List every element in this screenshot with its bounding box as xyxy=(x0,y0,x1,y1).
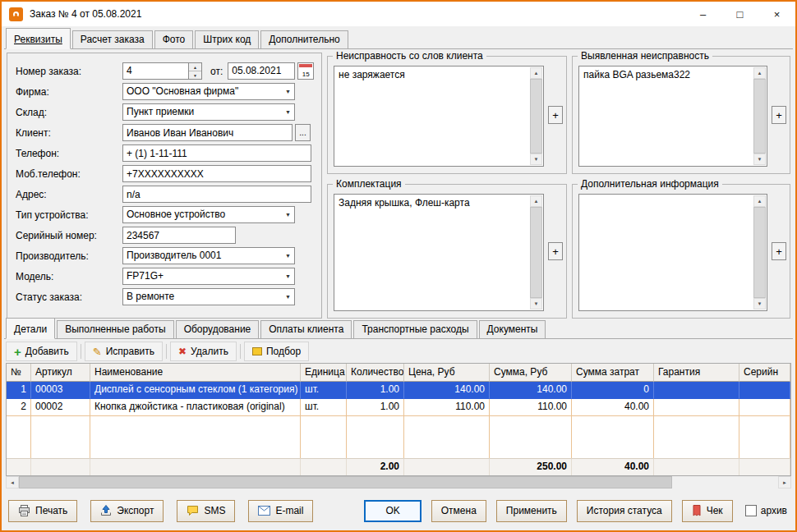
spinner-up-icon[interactable]: ▲ xyxy=(189,63,201,71)
header-number[interactable]: № xyxy=(7,364,31,382)
model-select[interactable]: FP71G+ ▼ xyxy=(122,268,295,285)
row-address: Адрес: xyxy=(16,184,321,204)
tab-vypolnennye-raboty[interactable]: Выполненные работы xyxy=(57,320,173,339)
scroll-right-icon[interactable]: ► xyxy=(778,476,791,488)
print-button[interactable]: Печать xyxy=(8,500,77,522)
pick-button[interactable]: Подбор xyxy=(244,342,309,361)
archive-checkbox[interactable] xyxy=(745,505,757,516)
tab-transportnye-rashody[interactable]: Транспортные расходы xyxy=(353,320,477,339)
add-row-button[interactable]: + Добавить xyxy=(6,342,77,361)
mobile-input[interactable] xyxy=(122,165,311,182)
additional-info-add-button[interactable]: + xyxy=(772,242,786,260)
scroll-up-icon[interactable]: ▲ xyxy=(530,67,542,79)
order-date-field[interactable]: 05.08.2021 xyxy=(228,62,295,80)
scroll-up-icon[interactable]: ▲ xyxy=(753,195,766,207)
table-row[interactable]: 1 00003 Дисплей с сенсорным стеклом (1 к… xyxy=(7,382,790,399)
scroll-up-icon[interactable]: ▲ xyxy=(753,67,766,79)
sms-button[interactable]: SMS xyxy=(177,500,235,522)
vertical-scrollbar[interactable]: ▲ ▼ xyxy=(753,67,766,165)
scroll-thumb[interactable] xyxy=(753,207,766,298)
scroll-down-icon[interactable]: ▼ xyxy=(530,298,542,310)
scroll-down-icon[interactable]: ▼ xyxy=(753,154,766,165)
close-button[interactable]: × xyxy=(758,2,795,26)
email-button[interactable]: E-mail xyxy=(248,500,313,522)
order-number-spinner[interactable]: 4 ▲ ▼ xyxy=(122,62,202,80)
tab-oborudovanie[interactable]: Оборудование xyxy=(176,320,260,339)
warehouse-select[interactable]: Пункт приемки ▼ xyxy=(122,103,295,121)
header-name[interactable]: Наименование xyxy=(90,364,301,382)
header-price[interactable]: Цена, Руб xyxy=(404,364,490,382)
tab-dokumenty[interactable]: Документы xyxy=(479,320,546,339)
vertical-scrollbar[interactable]: ▲ ▼ xyxy=(530,195,542,310)
vertical-scrollbar[interactable]: ▲ ▼ xyxy=(753,195,766,310)
phone-input[interactable] xyxy=(122,144,311,162)
horizontal-scrollbar[interactable]: ◄ ► xyxy=(6,476,791,488)
ok-button[interactable]: OK xyxy=(364,500,421,522)
manufacturer-select[interactable]: Производитель 0001 ▼ xyxy=(122,247,295,264)
status-label: Статус заказа: xyxy=(16,291,122,303)
scroll-thumb[interactable] xyxy=(19,476,672,488)
manufacturer-label: Производитель: xyxy=(16,250,122,262)
tab-shtrih-kod[interactable]: Штрих код xyxy=(195,30,259,49)
chevron-down-icon[interactable]: ▼ xyxy=(282,289,294,305)
client-browse-button[interactable]: ... xyxy=(295,124,311,141)
chevron-down-icon[interactable]: ▼ xyxy=(282,84,294,99)
completeness-textarea[interactable]: Задняя крышка, Флеш-карта ▲ ▼ xyxy=(334,194,544,311)
firm-select[interactable]: ООО "Основная фирма" ▼ xyxy=(122,83,295,100)
scroll-left-icon[interactable]: ◄ xyxy=(6,476,19,488)
tab-detali[interactable]: Детали xyxy=(6,318,55,339)
tab-foto[interactable]: Фото xyxy=(154,30,194,49)
serial-input[interactable] xyxy=(122,227,236,244)
chevron-down-icon[interactable]: ▼ xyxy=(282,268,294,284)
scroll-thumb[interactable] xyxy=(530,79,542,154)
scroll-up-icon[interactable]: ▲ xyxy=(530,195,542,207)
header-warranty[interactable]: Гарантия xyxy=(654,364,739,382)
calendar-button[interactable]: 15 xyxy=(297,62,314,80)
maximize-button[interactable]: □ xyxy=(721,2,758,26)
delete-row-button[interactable]: ✖ Удалить xyxy=(170,342,237,361)
spinner-down-icon[interactable]: ▼ xyxy=(189,71,201,79)
scroll-track[interactable] xyxy=(19,476,778,488)
cancel-button[interactable]: Отмена xyxy=(431,500,486,522)
header-qty[interactable]: Количество xyxy=(347,364,404,382)
add-icon: + xyxy=(14,346,21,357)
additional-info-textarea[interactable]: ▲ ▼ xyxy=(578,194,767,311)
scroll-down-icon[interactable]: ▼ xyxy=(753,298,766,310)
header-cost[interactable]: Сумма затрат xyxy=(572,364,654,382)
tab-dopolnitelno[interactable]: Дополнительно xyxy=(260,30,348,49)
detected-fault-add-button[interactable]: + xyxy=(772,106,786,124)
table-row[interactable]: 2 00002 Кнопка джойстика - пластиковая (… xyxy=(7,399,790,416)
header-unit[interactable]: Единица xyxy=(301,364,347,382)
device-type-select[interactable]: Основное устройство ▼ xyxy=(122,206,295,223)
chevron-down-icon[interactable]: ▼ xyxy=(282,248,294,264)
cell-price: 140.00 xyxy=(404,382,490,399)
status-history-button[interactable]: История статуса xyxy=(577,500,672,522)
tab-oplaty-klienta[interactable]: Оплаты клиента xyxy=(260,320,352,339)
client-fault-textarea[interactable]: не заряжается ▲ ▼ xyxy=(334,66,544,167)
header-sum[interactable]: Сумма, Руб xyxy=(490,364,572,382)
receipt-button[interactable]: Чек xyxy=(682,500,733,522)
completeness-add-button[interactable]: + xyxy=(548,242,563,260)
status-select[interactable]: В ремонте ▼ xyxy=(122,288,295,305)
cell-unit: шт. xyxy=(301,382,347,399)
minimize-button[interactable]: – xyxy=(684,2,721,26)
archive-control: архив xyxy=(745,505,787,516)
tab-raschet-zakaza[interactable]: Расчет заказа xyxy=(72,30,153,49)
vertical-scrollbar[interactable]: ▲ ▼ xyxy=(530,67,542,165)
scroll-down-icon[interactable]: ▼ xyxy=(530,154,542,165)
detected-fault-textarea[interactable]: пайка BGA разьема322 ▲ ▼ xyxy=(578,66,767,167)
apply-button[interactable]: Применить xyxy=(496,500,567,522)
tab-rekvizity[interactable]: Реквизиты xyxy=(6,28,71,49)
scroll-thumb[interactable] xyxy=(753,79,766,154)
row-device-type: Тип устройства: Основное устройство ▼ xyxy=(16,204,321,225)
client-fault-add-button[interactable]: + xyxy=(548,106,563,124)
scroll-thumb[interactable] xyxy=(530,207,542,298)
chevron-down-icon[interactable]: ▼ xyxy=(282,207,294,222)
header-serial[interactable]: Серийн xyxy=(739,364,790,382)
header-article[interactable]: Артикул xyxy=(31,364,90,382)
chevron-down-icon[interactable]: ▼ xyxy=(282,104,294,120)
client-input[interactable] xyxy=(122,124,293,141)
edit-row-button[interactable]: ✎ Исправить xyxy=(85,342,163,361)
export-button[interactable]: Экспорт xyxy=(90,500,164,522)
address-input[interactable] xyxy=(122,186,311,203)
